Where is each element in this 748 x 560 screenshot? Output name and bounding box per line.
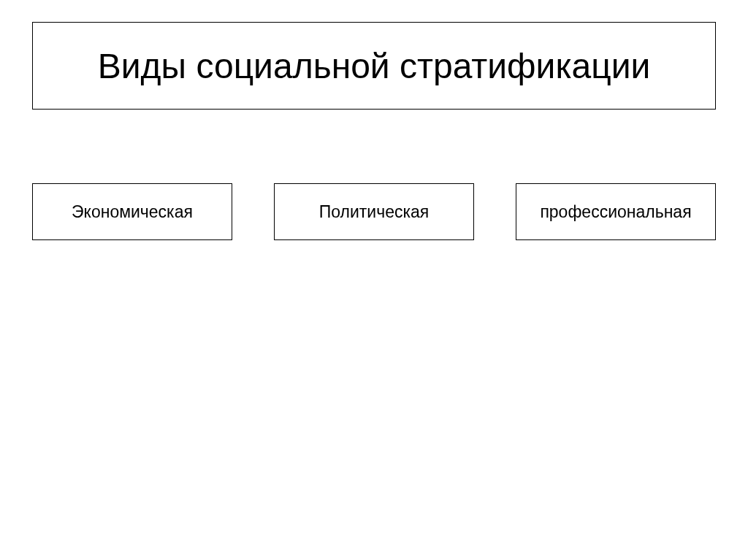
item-box-political: Политическая xyxy=(274,183,474,240)
item-label: профессиональная xyxy=(540,202,691,222)
item-label: Политическая xyxy=(319,202,430,222)
item-box-economic: Экономическая xyxy=(32,183,232,240)
title-container: Виды социальной стратификации xyxy=(32,22,716,110)
item-label: Экономическая xyxy=(72,202,193,222)
item-box-professional: профессиональная xyxy=(516,183,716,240)
items-row: Экономическая Политическая профессиональ… xyxy=(32,183,716,240)
diagram-title: Виды социальной стратификации xyxy=(98,46,651,86)
